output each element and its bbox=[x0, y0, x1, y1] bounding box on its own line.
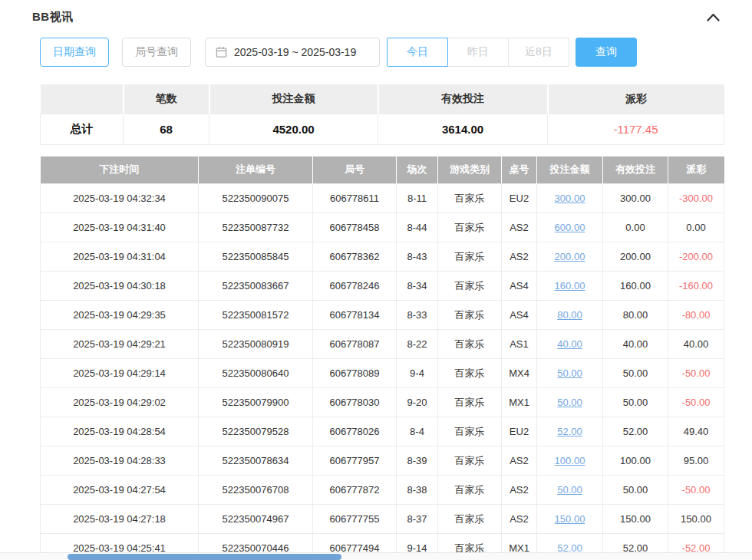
cell-game-type: 百家乐 bbox=[438, 330, 502, 359]
summary-total-label: 总计 bbox=[41, 114, 124, 144]
table-row: 2025-03-19 04:31:04522350085845606778362… bbox=[41, 242, 724, 272]
cell-table-no: MX1 bbox=[502, 388, 537, 417]
cell-bet-time: 2025-03-19 04:31:40 bbox=[41, 213, 199, 242]
bet-amount-link[interactable]: 160.00 bbox=[555, 280, 585, 292]
summary-total-row: 总计 68 4520.00 3614.00 -1177.45 bbox=[41, 114, 724, 144]
cell-bet-amount: 50.00 bbox=[537, 388, 603, 417]
cell-game-type: 百家乐 bbox=[438, 184, 502, 213]
scrollbar-thumb[interactable] bbox=[68, 554, 341, 560]
cell-game-type: 百家乐 bbox=[438, 446, 502, 476]
cell-valid-bet: 150.00 bbox=[603, 505, 668, 534]
table-row: 2025-03-19 04:32:34522350090075606778611… bbox=[41, 184, 724, 213]
horizontal-scrollbar[interactable] bbox=[0, 552, 752, 560]
table-row: 2025-03-19 04:29:21522350080919606778087… bbox=[41, 330, 724, 359]
cell-session: 8-39 bbox=[397, 446, 438, 476]
cell-bet-time: 2025-03-19 04:27:18 bbox=[41, 505, 199, 534]
summary-valid-bet-value: 3614.00 bbox=[378, 114, 548, 144]
cell-valid-bet: 40.00 bbox=[603, 330, 668, 359]
summary-header-bet-amount: 投注金额 bbox=[209, 84, 378, 114]
cell-session: 8-11 bbox=[397, 184, 438, 213]
cell-bet-amount: 600.00 bbox=[537, 213, 603, 242]
cell-order-no: 522350080919 bbox=[199, 330, 313, 359]
cell-round-no: 606778458 bbox=[313, 213, 397, 242]
summary-bet-amount-value: 4520.00 bbox=[209, 114, 378, 144]
date-range-picker[interactable]: 2025-03-19 ~ 2025-03-19 bbox=[205, 38, 380, 67]
cell-table-no: AS2 bbox=[502, 505, 537, 534]
quick-filter-today[interactable]: 今日 bbox=[387, 38, 448, 67]
page-title: BB视讯 bbox=[32, 10, 74, 25]
cell-payout: -300.00 bbox=[668, 184, 724, 213]
cell-valid-bet: 300.00 bbox=[603, 184, 668, 213]
cell-bet-time: 2025-03-19 04:29:14 bbox=[41, 359, 199, 388]
bet-amount-link[interactable]: 52.00 bbox=[557, 426, 582, 437]
bet-amount-link[interactable]: 100.00 bbox=[555, 455, 585, 466]
col-header-bet-amount: 投注金额 bbox=[537, 156, 603, 184]
calendar-icon bbox=[216, 46, 227, 58]
search-button[interactable]: 查询 bbox=[576, 38, 637, 67]
bet-amount-link[interactable]: 40.00 bbox=[557, 338, 582, 350]
bet-amount-link[interactable]: 50.00 bbox=[557, 397, 582, 408]
bet-amount-link[interactable]: 80.00 bbox=[557, 309, 582, 321]
bet-amount-link[interactable]: 200.00 bbox=[555, 251, 585, 262]
cell-bet-amount: 50.00 bbox=[537, 359, 603, 388]
cell-round-no: 606778611 bbox=[313, 184, 397, 213]
bet-amount-link[interactable]: 50.00 bbox=[557, 367, 582, 379]
cell-bet-time: 2025-03-19 04:29:02 bbox=[41, 388, 199, 417]
cell-table-no: AS2 bbox=[502, 476, 537, 505]
cell-order-no: 522350083667 bbox=[199, 272, 313, 301]
bet-amount-link[interactable]: 50.00 bbox=[557, 484, 582, 496]
cell-table-no: EU2 bbox=[502, 184, 537, 213]
cell-payout: -50.00 bbox=[668, 388, 724, 417]
bet-table-header-row: 下注时间 注单编号 局号 场次 游戏类别 桌号 投注金额 有效投注 派彩 bbox=[41, 156, 724, 184]
cell-bet-amount: 40.00 bbox=[537, 330, 603, 359]
cell-game-type: 百家乐 bbox=[438, 301, 502, 330]
cell-table-no: AS2 bbox=[502, 242, 537, 272]
col-header-payout: 派彩 bbox=[668, 156, 724, 184]
cell-game-type: 百家乐 bbox=[438, 417, 502, 446]
table-row: 2025-03-19 04:27:54522350076708606777872… bbox=[41, 476, 724, 505]
round-query-tab[interactable]: 局号查询 bbox=[122, 38, 191, 67]
cell-payout: -50.00 bbox=[668, 359, 724, 388]
cell-table-no: MX4 bbox=[502, 359, 537, 388]
cell-round-no: 606778087 bbox=[313, 330, 397, 359]
quick-filter-last8days[interactable]: 近8日 bbox=[508, 38, 569, 67]
cell-valid-bet: 50.00 bbox=[603, 476, 668, 505]
collapse-button[interactable] bbox=[705, 12, 721, 23]
cell-game-type: 百家乐 bbox=[438, 388, 502, 417]
cell-valid-bet: 100.00 bbox=[603, 446, 668, 476]
cell-session: 8-34 bbox=[397, 272, 438, 301]
col-header-order-no: 注单编号 bbox=[199, 156, 313, 184]
cell-bet-amount: 52.00 bbox=[537, 417, 603, 446]
cell-round-no: 606777872 bbox=[313, 476, 397, 505]
bet-amount-link[interactable]: 150.00 bbox=[555, 513, 585, 525]
cell-bet-amount: 300.00 bbox=[537, 184, 603, 213]
cell-session: 8-44 bbox=[397, 213, 438, 242]
cell-session: 8-22 bbox=[397, 330, 438, 359]
col-header-round-no: 局号 bbox=[313, 156, 397, 184]
bet-amount-link[interactable]: 600.00 bbox=[555, 222, 585, 233]
summary-header-payout: 派彩 bbox=[548, 84, 724, 114]
quick-filter-yesterday[interactable]: 昨日 bbox=[447, 38, 509, 67]
table-row: 2025-03-19 04:29:14522350080640606778089… bbox=[41, 359, 724, 388]
cell-round-no: 606778030 bbox=[313, 388, 397, 417]
cell-order-no: 522350079528 bbox=[199, 417, 313, 446]
summary-payout-value: -1177.45 bbox=[548, 114, 724, 144]
cell-session: 8-38 bbox=[397, 476, 438, 505]
cell-table-no: AS1 bbox=[502, 330, 537, 359]
cell-session: 8-33 bbox=[397, 301, 438, 330]
date-query-tab[interactable]: 日期查询 bbox=[40, 38, 109, 67]
cell-game-type: 百家乐 bbox=[438, 213, 502, 242]
cell-valid-bet: 160.00 bbox=[603, 272, 668, 301]
cell-game-type: 百家乐 bbox=[438, 242, 502, 272]
bet-amount-link[interactable]: 300.00 bbox=[555, 193, 585, 204]
cell-valid-bet: 0.00 bbox=[603, 213, 668, 242]
cell-round-no: 606777957 bbox=[313, 446, 397, 476]
table-row: 2025-03-19 04:27:18522350074967606777755… bbox=[41, 505, 724, 534]
cell-valid-bet: 80.00 bbox=[603, 301, 668, 330]
bet-table: 下注时间 注单编号 局号 场次 游戏类别 桌号 投注金额 有效投注 派彩 202… bbox=[40, 156, 724, 560]
cell-order-no: 522350078634 bbox=[199, 446, 313, 476]
cell-order-no: 522350085845 bbox=[199, 242, 313, 272]
cell-bet-time: 2025-03-19 04:32:34 bbox=[41, 184, 199, 213]
cell-game-type: 百家乐 bbox=[438, 505, 502, 534]
col-header-session: 场次 bbox=[397, 156, 438, 184]
